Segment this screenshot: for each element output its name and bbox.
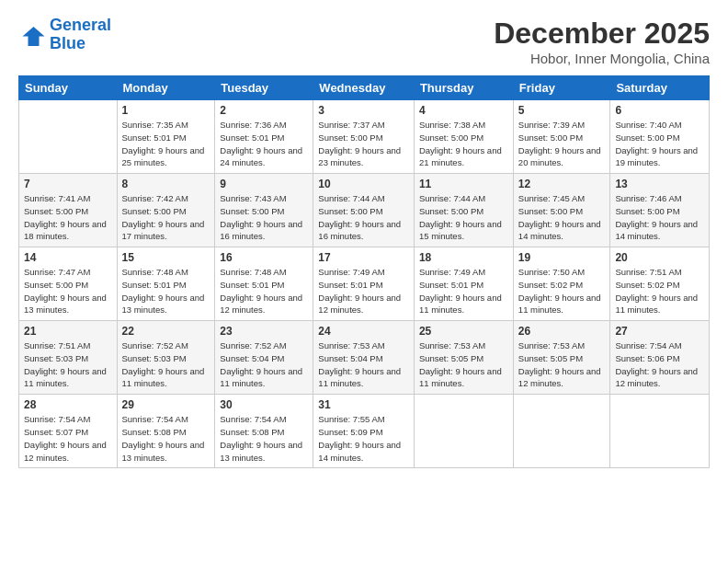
logo-line2: Blue [50, 34, 85, 52]
day-number: 24 [318, 325, 409, 338]
day-number: 13 [615, 178, 704, 190]
day-number: 30 [220, 398, 308, 411]
day-cell: 21Sunrise: 7:51 AMSunset: 5:03 PMDayligh… [19, 321, 118, 395]
day-number: 7 [24, 178, 112, 190]
day-cell [19, 100, 118, 174]
day-cell: 15Sunrise: 7:48 AMSunset: 5:01 PMDayligh… [117, 247, 215, 321]
day-number: 18 [419, 251, 508, 264]
day-info: Sunrise: 7:49 AMSunset: 5:01 PMDaylight:… [419, 266, 508, 316]
day-info: Sunrise: 7:50 AMSunset: 5:02 PMDaylight:… [518, 266, 606, 316]
day-cell: 31Sunrise: 7:55 AMSunset: 5:09 PMDayligh… [313, 395, 415, 468]
day-cell [610, 395, 710, 468]
day-cell: 3Sunrise: 7:37 AMSunset: 5:00 PMDaylight… [313, 100, 415, 174]
col-tuesday: Tuesday [215, 76, 313, 100]
logo-text: General Blue [50, 17, 111, 53]
day-number: 15 [122, 251, 210, 264]
day-cell: 18Sunrise: 7:49 AMSunset: 5:01 PMDayligh… [414, 247, 513, 321]
day-info: Sunrise: 7:55 AMSunset: 5:09 PMDaylight:… [318, 413, 409, 464]
day-number: 26 [518, 325, 606, 338]
day-info: Sunrise: 7:44 AMSunset: 5:00 PMDaylight:… [419, 192, 508, 243]
day-cell: 24Sunrise: 7:53 AMSunset: 5:04 PMDayligh… [313, 321, 415, 395]
day-cell: 11Sunrise: 7:44 AMSunset: 5:00 PMDayligh… [414, 174, 513, 247]
day-info: Sunrise: 7:53 AMSunset: 5:05 PMDaylight:… [419, 339, 508, 390]
day-cell: 27Sunrise: 7:54 AMSunset: 5:06 PMDayligh… [610, 321, 710, 395]
day-info: Sunrise: 7:54 AMSunset: 5:06 PMDaylight:… [615, 339, 704, 390]
col-sunday: Sunday [19, 76, 118, 100]
day-number: 29 [122, 398, 210, 411]
day-number: 31 [318, 398, 409, 411]
day-info: Sunrise: 7:39 AMSunset: 5:00 PMDaylight:… [518, 119, 606, 169]
page: General Blue December 2025 Hobor, Inner … [0, 0, 728, 563]
day-number: 25 [419, 325, 508, 338]
day-info: Sunrise: 7:37 AMSunset: 5:00 PMDaylight:… [318, 119, 409, 169]
day-info: Sunrise: 7:54 AMSunset: 5:08 PMDaylight:… [122, 413, 210, 464]
col-thursday: Thursday [414, 76, 513, 100]
day-info: Sunrise: 7:35 AMSunset: 5:01 PMDaylight:… [122, 119, 210, 169]
day-number: 9 [220, 178, 308, 190]
day-info: Sunrise: 7:40 AMSunset: 5:00 PMDaylight:… [615, 119, 704, 169]
day-number: 17 [318, 251, 409, 264]
header-row: Sunday Monday Tuesday Wednesday Thursday… [19, 76, 710, 100]
day-info: Sunrise: 7:41 AMSunset: 5:00 PMDaylight:… [24, 192, 112, 243]
day-info: Sunrise: 7:48 AMSunset: 5:01 PMDaylight:… [220, 266, 308, 316]
day-cell: 12Sunrise: 7:45 AMSunset: 5:00 PMDayligh… [513, 174, 610, 247]
day-number: 1 [122, 104, 210, 117]
day-info: Sunrise: 7:54 AMSunset: 5:07 PMDaylight:… [24, 413, 112, 464]
location-title: Hobor, Inner Mongolia, China [494, 51, 710, 66]
day-number: 8 [122, 178, 210, 190]
day-cell: 9Sunrise: 7:43 AMSunset: 5:00 PMDaylight… [215, 174, 313, 247]
day-info: Sunrise: 7:53 AMSunset: 5:04 PMDaylight:… [318, 339, 409, 390]
day-info: Sunrise: 7:36 AMSunset: 5:01 PMDaylight:… [220, 119, 308, 169]
day-cell: 10Sunrise: 7:44 AMSunset: 5:00 PMDayligh… [313, 174, 415, 247]
day-info: Sunrise: 7:49 AMSunset: 5:01 PMDaylight:… [318, 266, 409, 316]
day-cell: 22Sunrise: 7:52 AMSunset: 5:03 PMDayligh… [117, 321, 215, 395]
week-row-2: 7Sunrise: 7:41 AMSunset: 5:00 PMDaylight… [19, 174, 710, 247]
day-number: 19 [518, 251, 606, 264]
day-number: 2 [220, 104, 308, 117]
day-cell [414, 395, 513, 468]
day-cell: 25Sunrise: 7:53 AMSunset: 5:05 PMDayligh… [414, 321, 513, 395]
day-number: 22 [122, 325, 210, 338]
day-info: Sunrise: 7:53 AMSunset: 5:05 PMDaylight:… [518, 339, 606, 390]
day-number: 20 [615, 251, 704, 264]
week-row-5: 28Sunrise: 7:54 AMSunset: 5:07 PMDayligh… [19, 395, 710, 468]
day-number: 14 [24, 251, 112, 264]
day-cell: 2Sunrise: 7:36 AMSunset: 5:01 PMDaylight… [215, 100, 313, 174]
day-number: 21 [24, 325, 112, 338]
day-cell: 1Sunrise: 7:35 AMSunset: 5:01 PMDaylight… [117, 100, 215, 174]
day-info: Sunrise: 7:38 AMSunset: 5:00 PMDaylight:… [419, 119, 508, 169]
day-number: 4 [419, 104, 508, 117]
svg-marker-0 [23, 27, 45, 46]
day-info: Sunrise: 7:43 AMSunset: 5:00 PMDaylight:… [220, 192, 308, 243]
day-cell: 7Sunrise: 7:41 AMSunset: 5:00 PMDaylight… [19, 174, 118, 247]
calendar-table: Sunday Monday Tuesday Wednesday Thursday… [18, 75, 710, 468]
day-number: 10 [318, 178, 409, 190]
col-friday: Friday [513, 76, 610, 100]
col-wednesday: Wednesday [313, 76, 415, 100]
day-info: Sunrise: 7:52 AMSunset: 5:03 PMDaylight:… [122, 339, 210, 390]
logo-line1: General [50, 16, 111, 34]
day-info: Sunrise: 7:51 AMSunset: 5:03 PMDaylight:… [24, 339, 112, 390]
week-row-3: 14Sunrise: 7:47 AMSunset: 5:00 PMDayligh… [19, 247, 710, 321]
day-number: 23 [220, 325, 308, 338]
day-cell: 26Sunrise: 7:53 AMSunset: 5:05 PMDayligh… [513, 321, 610, 395]
day-cell: 29Sunrise: 7:54 AMSunset: 5:08 PMDayligh… [117, 395, 215, 468]
day-cell: 4Sunrise: 7:38 AMSunset: 5:00 PMDaylight… [414, 100, 513, 174]
day-number: 28 [24, 398, 112, 411]
day-info: Sunrise: 7:44 AMSunset: 5:00 PMDaylight:… [318, 192, 409, 243]
month-title: December 2025 [494, 17, 710, 51]
day-number: 16 [220, 251, 308, 264]
day-number: 6 [615, 104, 704, 117]
day-number: 3 [318, 104, 409, 117]
day-info: Sunrise: 7:47 AMSunset: 5:00 PMDaylight:… [24, 266, 112, 316]
logo: General Blue [18, 17, 111, 53]
day-number: 5 [518, 104, 606, 117]
day-cell: 28Sunrise: 7:54 AMSunset: 5:07 PMDayligh… [19, 395, 118, 468]
col-monday: Monday [117, 76, 215, 100]
day-cell: 5Sunrise: 7:39 AMSunset: 5:00 PMDaylight… [513, 100, 610, 174]
day-cell: 17Sunrise: 7:49 AMSunset: 5:01 PMDayligh… [313, 247, 415, 321]
day-info: Sunrise: 7:48 AMSunset: 5:01 PMDaylight:… [122, 266, 210, 316]
day-cell [513, 395, 610, 468]
day-number: 27 [615, 325, 704, 338]
day-number: 12 [518, 178, 606, 190]
